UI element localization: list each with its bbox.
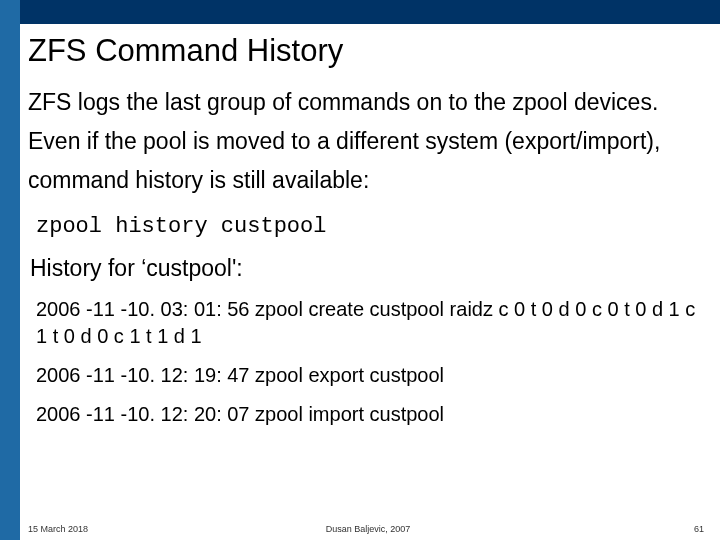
footer-author: Dusan Baljevic, 2007: [326, 524, 411, 534]
footer-page: 61: [694, 524, 704, 534]
command-line: zpool history custpool: [36, 214, 708, 239]
history-block: 2006 -11 -10. 03: 01: 56 zpool create cu…: [36, 296, 708, 428]
history-subhead: History for ‘custpool':: [30, 255, 708, 282]
left-stripe: [0, 0, 20, 540]
history-item: 2006 -11 -10. 12: 20: 07 zpool import cu…: [36, 401, 708, 428]
history-item: 2006 -11 -10. 12: 19: 47 zpool export cu…: [36, 362, 708, 389]
top-bar: [0, 0, 720, 24]
footer-date: 15 March 2018: [28, 524, 88, 534]
intro-paragraph: ZFS logs the last group of commands on t…: [28, 83, 708, 200]
content-area: ZFS Command History ZFS logs the last gr…: [28, 28, 708, 512]
history-item: 2006 -11 -10. 03: 01: 56 zpool create cu…: [36, 296, 708, 350]
slide: ZFS Command History ZFS logs the last gr…: [0, 0, 720, 540]
slide-title: ZFS Command History: [28, 32, 708, 69]
